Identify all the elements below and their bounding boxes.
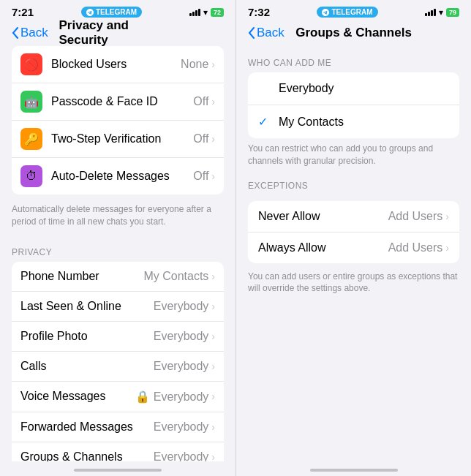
signal-bars-right [425,9,436,16]
exceptions-section-label: EXCEPTIONS [248,176,459,195]
never-allow-chevron: › [445,211,449,222]
calls-value: Everybody [154,360,209,373]
content-left: 🚫 Blocked Users None › 🤖 Passcode & Face… [0,46,236,461]
profile-photo-item[interactable]: Profile Photo Everybody › [12,322,224,352]
nav-title-right: Groups & Channels [295,26,412,40]
blocked-users-item[interactable]: 🚫 Blocked Users None › [12,46,224,83]
voice-messages-item[interactable]: Voice Messages 🔒 Everybody › [12,382,224,412]
auto-delete-icon: ⏱ [20,165,42,187]
telegram-badge-right: TELEGRAM [317,7,377,18]
privacy-section-label: PRIVACY [0,235,236,262]
status-icons-left: ▾ 72 [189,7,224,18]
content-right: WHO CAN ADD ME Everybody ✓ My Contacts Y… [236,46,471,461]
status-bar-right: 7:32 TELEGRAM ▾ 79 [236,0,471,21]
auto-delete-label: Auto-Delete Messages [51,170,193,183]
everybody-option[interactable]: Everybody [248,72,459,105]
profile-photo-label: Profile Photo [20,330,154,343]
battery-left: 72 [211,8,224,17]
home-indicator-right [236,461,471,476]
who-can-section-label: WHO CAN ADD ME [248,46,459,72]
nav-bar-left: Back Privacy and Security [0,21,236,46]
who-can-group: Everybody ✓ My Contacts [248,72,459,138]
home-bar-left [74,469,162,472]
forwarded-messages-value: Everybody [154,420,209,434]
groups-channels-value: Everybody [154,450,209,461]
back-button-left[interactable]: Back [12,26,48,40]
forwarded-messages-item[interactable]: Forwarded Messages Everybody › [12,412,224,442]
phone-number-item[interactable]: Phone Number My Contacts › [12,262,224,292]
blocked-label: Blocked Users [51,58,181,71]
groups-channels-chevron: › [211,451,215,461]
two-step-label: Two-Step Verification [51,132,193,146]
who-can-desc: You can restrict who can add you to grou… [248,138,459,176]
my-contacts-checkmark: ✓ [258,115,273,129]
auto-delete-desc: Automatically delete messages for everyo… [0,200,236,235]
telegram-label-left: TELEGRAM [96,8,137,16]
auto-delete-chevron: › [211,170,215,182]
nav-bar-right: Back Groups & Channels [236,21,471,46]
groups-channels-label: Groups & Channels [20,450,154,461]
exceptions-desc: You can add users or entire groups as ex… [236,268,471,303]
last-seen-label: Last Seen & Online [20,300,154,313]
my-contacts-option[interactable]: ✓ My Contacts [248,105,459,138]
telegram-badge-left: TELEGRAM [81,7,142,18]
last-seen-item[interactable]: Last Seen & Online Everybody › [12,292,224,322]
passcode-chevron: › [211,96,215,107]
voice-messages-chevron: › [211,390,215,402]
calls-item[interactable]: Calls Everybody › [12,352,224,382]
never-allow-label: Never Allow [258,210,388,223]
always-allow-label: Always Allow [258,241,388,254]
my-contacts-label: My Contacts [279,116,344,129]
passcode-icon: 🤖 [20,91,42,113]
blocked-chevron: › [211,58,215,70]
profile-photo-value: Everybody [154,330,209,343]
calls-label: Calls [20,360,154,373]
two-step-item[interactable]: 🔑 Two-Step Verification Off › [12,121,224,158]
always-allow-value: Add Users [388,241,443,254]
wifi-icon-right: ▾ [439,7,443,18]
forwarded-messages-label: Forwarded Messages [20,420,154,434]
last-seen-chevron: › [211,301,215,312]
calls-chevron: › [211,360,215,372]
never-allow-item[interactable]: Never Allow Add Users › [248,201,459,233]
never-allow-value: Add Users [388,210,443,223]
phone-number-label: Phone Number [20,270,143,283]
privacy-group: Phone Number My Contacts › Last Seen & O… [12,262,224,461]
auto-delete-value: Off [193,170,208,183]
blocked-icon: 🚫 [20,53,42,75]
always-allow-chevron: › [445,242,449,254]
everybody-checkmark [258,82,273,95]
home-bar-right [310,469,398,472]
voice-messages-value: 🔒 Everybody [135,390,208,404]
everybody-label: Everybody [279,82,334,95]
blocked-value: None [181,58,208,71]
left-phone: 7:21 TELEGRAM ▾ 72 Back Privacy and Secu… [0,0,236,476]
wifi-icon-left: ▾ [203,7,208,18]
auto-delete-item[interactable]: ⏱ Auto-Delete Messages Off › [12,158,224,194]
home-indicator-left [0,461,236,476]
right-phone: 7:32 TELEGRAM ▾ 79 Back Groups & Channel… [236,0,471,476]
status-time-right: 7:32 [248,6,270,18]
who-can-section: WHO CAN ADD ME Everybody ✓ My Contacts Y… [248,46,459,195]
back-button-right[interactable]: Back [248,26,285,40]
profile-photo-chevron: › [211,330,215,342]
battery-right: 79 [446,8,459,17]
always-allow-item[interactable]: Always Allow Add Users › [248,233,459,263]
phone-number-value: My Contacts [143,270,208,283]
groups-channels-item[interactable]: Groups & Channels Everybody › [12,442,224,461]
two-step-chevron: › [211,133,215,145]
exceptions-group: Never Allow Add Users › Always Allow Add… [248,201,459,263]
passcode-label: Passcode & Face ID [51,95,193,108]
phone-number-chevron: › [211,271,215,282]
nav-title-left: Privacy and Security [59,18,177,48]
two-step-value: Off [193,132,208,146]
status-time-left: 7:21 [12,6,34,18]
forwarded-messages-chevron: › [211,421,215,433]
passcode-value: Off [193,95,208,108]
voice-messages-label: Voice Messages [20,390,135,403]
signal-bars-left [189,9,200,16]
passcode-item[interactable]: 🤖 Passcode & Face ID Off › [12,83,224,121]
main-settings-group: 🚫 Blocked Users None › 🤖 Passcode & Face… [12,46,224,194]
two-step-icon: 🔑 [20,128,42,150]
last-seen-value: Everybody [154,300,209,313]
